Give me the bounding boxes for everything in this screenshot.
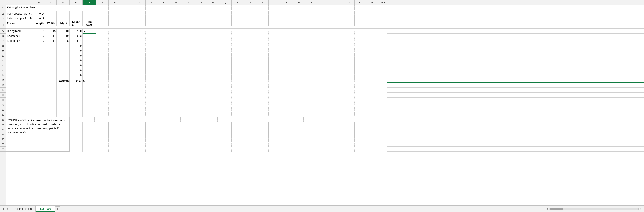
cell-ac5[interactable]	[367, 28, 379, 34]
cell-f22[interactable]	[82, 112, 96, 117]
cell-p11[interactable]	[207, 58, 219, 63]
cell-k10[interactable]	[146, 53, 158, 58]
cell-o22[interactable]	[195, 112, 207, 117]
cell-o7[interactable]	[195, 38, 207, 44]
cell-ad20[interactable]	[379, 102, 387, 107]
cell-z7[interactable]	[330, 38, 342, 44]
cell-h5[interactable]	[109, 28, 121, 34]
cell-b22[interactable]	[33, 112, 46, 117]
cell-x14[interactable]	[306, 73, 318, 78]
cell-d18[interactable]	[56, 92, 70, 98]
cell-p8[interactable]	[207, 44, 219, 48]
cell-i20[interactable]	[121, 102, 133, 107]
cell-k17[interactable]	[146, 88, 158, 92]
cell-f13[interactable]	[82, 68, 96, 73]
cell-m18[interactable]	[170, 92, 182, 98]
cell-k5[interactable]	[146, 28, 158, 34]
cell-e20[interactable]	[70, 102, 82, 107]
cell-ab6[interactable]	[355, 34, 367, 38]
cell-k15[interactable]	[146, 78, 158, 83]
cell-l14[interactable]	[158, 73, 170, 78]
cell-l28[interactable]	[158, 142, 170, 147]
cell-h1[interactable]	[109, 5, 121, 10]
cell-x7[interactable]	[306, 38, 318, 44]
cell-z24[interactable]	[330, 122, 342, 127]
cell-h29[interactable]	[109, 147, 121, 152]
cell-w26[interactable]	[293, 132, 306, 137]
cell-z12[interactable]	[330, 63, 342, 68]
cell-j2[interactable]	[133, 11, 146, 16]
cell-p21[interactable]	[207, 107, 219, 112]
cell-j1[interactable]	[133, 5, 146, 10]
cell-y18[interactable]	[318, 92, 330, 98]
cell-g22[interactable]	[96, 112, 109, 117]
cell-q26[interactable]	[219, 132, 232, 137]
cell-a9[interactable]	[6, 48, 33, 53]
cell-s22[interactable]	[244, 112, 256, 117]
cell-m13[interactable]	[170, 68, 182, 73]
cell-m4[interactable]	[170, 21, 182, 26]
cell-o25[interactable]	[195, 127, 207, 132]
cell-ac21[interactable]	[367, 107, 379, 112]
cell-x23[interactable]	[242, 117, 254, 122]
cell-t13[interactable]	[256, 68, 268, 73]
cell-k16[interactable]	[146, 83, 158, 88]
cell-aa15[interactable]	[342, 78, 355, 83]
cell-c12[interactable]	[46, 63, 56, 68]
cell-z15[interactable]	[330, 78, 342, 83]
cell-z28[interactable]	[330, 142, 342, 147]
cell-z10[interactable]	[330, 53, 342, 58]
cell-b6[interactable]: 17	[33, 34, 46, 38]
cell-q19[interactable]	[219, 98, 232, 102]
cell-j23[interactable]	[70, 117, 82, 122]
cell-v16[interactable]	[281, 83, 293, 88]
cell-c9[interactable]	[46, 48, 56, 53]
cell-k1[interactable]	[146, 5, 158, 10]
cell-u21[interactable]	[268, 107, 281, 112]
cell-e12[interactable]: 0	[70, 63, 82, 68]
cell-p2[interactable]	[207, 11, 219, 16]
cell-ac9[interactable]	[367, 48, 379, 53]
cell-y25[interactable]	[318, 127, 330, 132]
cell-d13[interactable]	[56, 68, 70, 73]
cell-f21[interactable]	[82, 107, 96, 112]
cell-a17[interactable]	[6, 88, 33, 92]
cell-s24[interactable]	[244, 122, 256, 127]
cell-aa26[interactable]	[342, 132, 355, 137]
cell-v7[interactable]	[281, 38, 293, 44]
cell-z6[interactable]	[330, 34, 342, 38]
cell-b20[interactable]	[33, 102, 46, 107]
cell-g24[interactable]	[96, 122, 109, 127]
cell-i8[interactable]	[121, 44, 133, 48]
cell-o29[interactable]	[195, 147, 207, 152]
cell-y6[interactable]	[318, 34, 330, 38]
cell-z13[interactable]	[330, 68, 342, 73]
cell-t10[interactable]	[256, 53, 268, 58]
cell-p18[interactable]	[207, 92, 219, 98]
cell-v2[interactable]	[281, 11, 293, 16]
cell-o5[interactable]	[195, 28, 207, 34]
cell-u10[interactable]	[268, 53, 281, 58]
col-header-ab[interactable]: AB	[355, 0, 367, 5]
cell-ac18[interactable]	[367, 92, 379, 98]
cell-ad19[interactable]	[379, 98, 387, 102]
cell-z23[interactable]	[267, 117, 279, 122]
cell-m25[interactable]	[170, 127, 182, 132]
cell-i6[interactable]	[121, 34, 133, 38]
cell-z17[interactable]	[330, 88, 342, 92]
add-sheet-button[interactable]: +	[55, 206, 60, 211]
cell-q8[interactable]	[219, 44, 232, 48]
col-header-x[interactable]: X	[306, 0, 318, 5]
cell-d7[interactable]: 8	[56, 38, 70, 44]
cell-aa3[interactable]	[342, 16, 355, 21]
cell-f7[interactable]	[82, 38, 96, 44]
cell-q18[interactable]	[219, 92, 232, 98]
cell-k21[interactable]	[146, 107, 158, 112]
cell-f2[interactable]	[82, 11, 96, 16]
cell-u9[interactable]	[268, 48, 281, 53]
cell-ac10[interactable]	[367, 53, 379, 58]
col-header-n[interactable]: N	[182, 0, 195, 5]
cell-f9[interactable]	[82, 48, 96, 53]
cell-w24[interactable]	[293, 122, 306, 127]
cell-g7[interactable]	[96, 38, 109, 44]
